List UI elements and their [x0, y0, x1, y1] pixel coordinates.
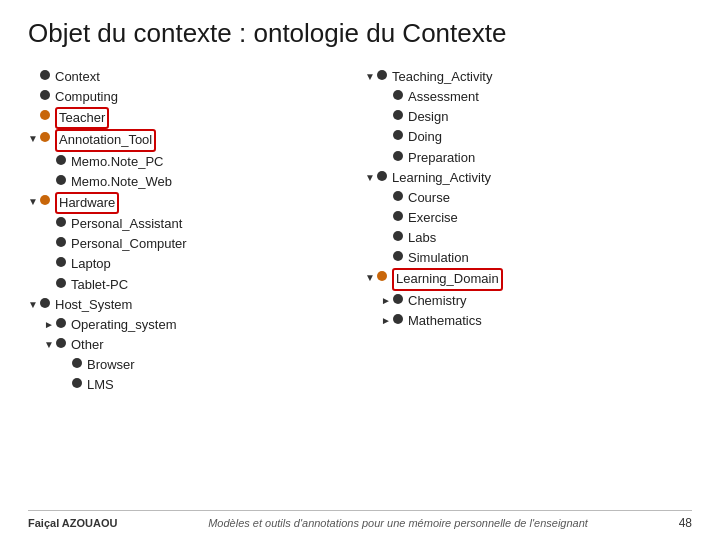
item-label: Course — [408, 188, 450, 208]
item-label: Memo.Note_Web — [71, 172, 172, 192]
item-label: Teaching_Activity — [392, 67, 492, 87]
list-item: Computing — [28, 87, 355, 107]
item-label: Tablet-PC — [71, 275, 128, 295]
bullet-icon — [393, 231, 403, 241]
list-item: ►Mathematics — [365, 311, 692, 331]
triangle-down-icon: ▼ — [365, 69, 375, 85]
list-item: Exercise — [365, 208, 692, 228]
bullet-icon — [40, 298, 50, 308]
list-item: Browser — [28, 355, 355, 375]
list-item: ▼Other — [28, 335, 355, 355]
item-label: Labs — [408, 228, 436, 248]
list-item: Assessment — [365, 87, 692, 107]
item-label: Other — [71, 335, 104, 355]
bullet-icon — [393, 251, 403, 261]
list-item: ▼Learning_Activity — [365, 168, 692, 188]
bullet-icon — [56, 237, 66, 247]
footer-author: Faiçal AZOUAOU — [28, 517, 117, 529]
item-label: Personal_Assistant — [71, 214, 182, 234]
list-item: Design — [365, 107, 692, 127]
list-item: ►Chemistry — [365, 291, 692, 311]
item-label: Learning_Activity — [392, 168, 491, 188]
list-item: Simulation — [365, 248, 692, 268]
bullet-icon — [377, 171, 387, 181]
bullet-icon — [393, 151, 403, 161]
item-label: Browser — [87, 355, 135, 375]
item-label: Preparation — [408, 148, 475, 168]
bullet-icon — [393, 130, 403, 140]
item-label: Chemistry — [408, 291, 467, 311]
triangle-right-icon: ► — [381, 313, 391, 329]
slide: Objet du contexte : ontologie du Context… — [0, 0, 720, 540]
list-item: Labs — [365, 228, 692, 248]
item-label: Memo.Note_PC — [71, 152, 163, 172]
list-item: Teacher — [28, 107, 355, 129]
bullet-icon — [393, 314, 403, 324]
item-label: Operating_system — [71, 315, 177, 335]
bullet-icon — [56, 217, 66, 227]
page-title: Objet du contexte : ontologie du Context… — [28, 18, 692, 53]
bullet-icon — [393, 211, 403, 221]
footer: Faiçal AZOUAOU Modèles et outils d'annot… — [28, 510, 692, 530]
list-item: Preparation — [365, 148, 692, 168]
item-label: Teacher — [55, 107, 109, 129]
bullet-icon — [56, 338, 66, 348]
item-label: Context — [55, 67, 100, 87]
list-item: ▼Host_System — [28, 295, 355, 315]
bullet-icon — [377, 271, 387, 281]
bullet-icon — [377, 70, 387, 80]
item-label: Personal_Computer — [71, 234, 187, 254]
bullet-icon — [393, 90, 403, 100]
content-area: ContextComputingTeacher▼Annotation_ToolM… — [28, 67, 692, 506]
bullet-icon — [393, 191, 403, 201]
list-item: Memo.Note_Web — [28, 172, 355, 192]
list-item: Context — [28, 67, 355, 87]
list-item: Memo.Note_PC — [28, 152, 355, 172]
triangle-down-icon: ▼ — [28, 297, 38, 313]
list-item: Personal_Assistant — [28, 214, 355, 234]
list-item: ►Operating_system — [28, 315, 355, 335]
list-item: ▼Learning_Domain — [365, 268, 692, 290]
list-item: ▼Annotation_Tool — [28, 129, 355, 151]
item-label: Doing — [408, 127, 442, 147]
right-tree: ▼Teaching_ActivityAssessmentDesignDoingP… — [365, 67, 692, 506]
item-label: Assessment — [408, 87, 479, 107]
triangle-down-icon: ▼ — [28, 194, 38, 210]
footer-citation: Modèles et outils d'annotations pour une… — [208, 517, 588, 529]
bullet-icon — [72, 378, 82, 388]
bullet-icon — [393, 110, 403, 120]
item-label: Learning_Domain — [392, 268, 503, 290]
triangle-down-icon: ▼ — [28, 131, 38, 147]
triangle-down-icon: ▼ — [365, 270, 375, 286]
list-item: Course — [365, 188, 692, 208]
item-label: Exercise — [408, 208, 458, 228]
triangle-right-icon: ► — [44, 317, 54, 333]
bullet-icon — [56, 155, 66, 165]
item-label: Computing — [55, 87, 118, 107]
bullet-icon — [56, 257, 66, 267]
bullet-icon — [40, 195, 50, 205]
list-item: Personal_Computer — [28, 234, 355, 254]
list-item: ▼Teaching_Activity — [365, 67, 692, 87]
bullet-icon — [40, 90, 50, 100]
bullet-icon — [56, 318, 66, 328]
list-item: LMS — [28, 375, 355, 395]
bullet-icon — [40, 132, 50, 142]
item-label: Annotation_Tool — [55, 129, 156, 151]
bullet-icon — [40, 110, 50, 120]
list-item: Doing — [365, 127, 692, 147]
item-label: Laptop — [71, 254, 111, 274]
item-label: Hardware — [55, 192, 119, 214]
bullet-icon — [393, 294, 403, 304]
item-label: Simulation — [408, 248, 469, 268]
left-tree: ContextComputingTeacher▼Annotation_ToolM… — [28, 67, 355, 506]
item-label: Design — [408, 107, 448, 127]
list-item: Laptop — [28, 254, 355, 274]
bullet-icon — [56, 175, 66, 185]
triangle-right-icon: ► — [381, 293, 391, 309]
bullet-icon — [40, 70, 50, 80]
triangle-down-icon: ▼ — [365, 170, 375, 186]
item-label: Mathematics — [408, 311, 482, 331]
footer-page: 48 — [679, 516, 692, 530]
list-item: ▼Hardware — [28, 192, 355, 214]
